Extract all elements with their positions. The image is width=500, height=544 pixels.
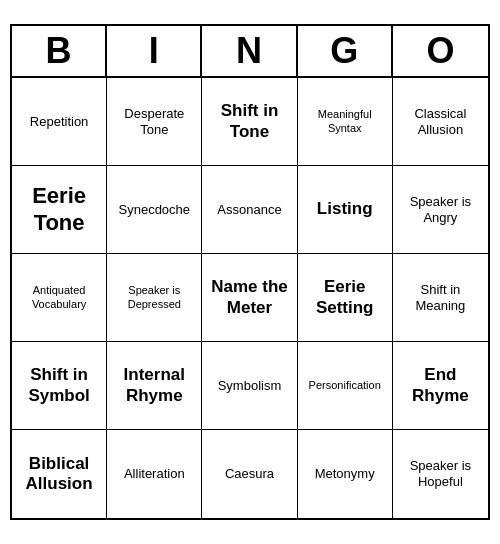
bingo-cell-21[interactable]: Alliteration [107,430,202,518]
bingo-cell-4[interactable]: Classical Allusion [393,78,488,166]
bingo-grid: RepetitionDesperate ToneShift in ToneMea… [12,78,488,518]
bingo-cell-17[interactable]: Symbolism [202,342,297,430]
cell-text-14: Shift in Meaning [397,282,484,313]
bingo-cell-11[interactable]: Speaker is Depressed [107,254,202,342]
bingo-cell-15[interactable]: Shift in Symbol [12,342,107,430]
cell-text-15: Shift in Symbol [16,365,102,406]
bingo-cell-20[interactable]: Biblical Allusion [12,430,107,518]
bingo-cell-19[interactable]: End Rhyme [393,342,488,430]
bingo-cell-13[interactable]: Eerie Setting [298,254,393,342]
bingo-cell-9[interactable]: Speaker is Angry [393,166,488,254]
bingo-cell-6[interactable]: Synecdoche [107,166,202,254]
bingo-cell-12[interactable]: Name the Meter [202,254,297,342]
cell-text-5: Eerie Tone [16,183,102,236]
cell-text-24: Speaker is Hopeful [397,458,484,489]
bingo-header: BINGO [12,26,488,78]
cell-text-20: Biblical Allusion [16,454,102,495]
cell-text-21: Alliteration [124,466,185,482]
cell-text-18: Personification [309,379,381,392]
bingo-cell-3[interactable]: Meaningful Syntax [298,78,393,166]
header-letter-i: I [107,26,202,76]
bingo-cell-10[interactable]: Antiquated Vocabulary [12,254,107,342]
header-letter-n: N [202,26,297,76]
cell-text-3: Meaningful Syntax [302,108,388,134]
cell-text-6: Synecdoche [119,202,191,218]
cell-text-22: Caesura [225,466,274,482]
bingo-cell-16[interactable]: Internal Rhyme [107,342,202,430]
cell-text-0: Repetition [30,114,89,130]
bingo-cell-14[interactable]: Shift in Meaning [393,254,488,342]
bingo-cell-22[interactable]: Caesura [202,430,297,518]
cell-text-8: Listing [317,199,373,219]
cell-text-2: Shift in Tone [206,101,292,142]
cell-text-11: Speaker is Depressed [111,284,197,310]
bingo-cell-1[interactable]: Desperate Tone [107,78,202,166]
bingo-cell-24[interactable]: Speaker is Hopeful [393,430,488,518]
bingo-cell-23[interactable]: Metonymy [298,430,393,518]
cell-text-17: Symbolism [218,378,282,394]
cell-text-13: Eerie Setting [302,277,388,318]
bingo-cell-18[interactable]: Personification [298,342,393,430]
bingo-card: BINGO RepetitionDesperate ToneShift in T… [10,24,490,520]
bingo-cell-5[interactable]: Eerie Tone [12,166,107,254]
cell-text-19: End Rhyme [397,365,484,406]
cell-text-10: Antiquated Vocabulary [16,284,102,310]
cell-text-9: Speaker is Angry [397,194,484,225]
cell-text-12: Name the Meter [206,277,292,318]
cell-text-16: Internal Rhyme [111,365,197,406]
cell-text-7: Assonance [217,202,281,218]
header-letter-o: O [393,26,488,76]
bingo-cell-2[interactable]: Shift in Tone [202,78,297,166]
cell-text-23: Metonymy [315,466,375,482]
header-letter-g: G [298,26,393,76]
bingo-cell-0[interactable]: Repetition [12,78,107,166]
cell-text-1: Desperate Tone [111,106,197,137]
header-letter-b: B [12,26,107,76]
bingo-cell-8[interactable]: Listing [298,166,393,254]
bingo-cell-7[interactable]: Assonance [202,166,297,254]
cell-text-4: Classical Allusion [397,106,484,137]
